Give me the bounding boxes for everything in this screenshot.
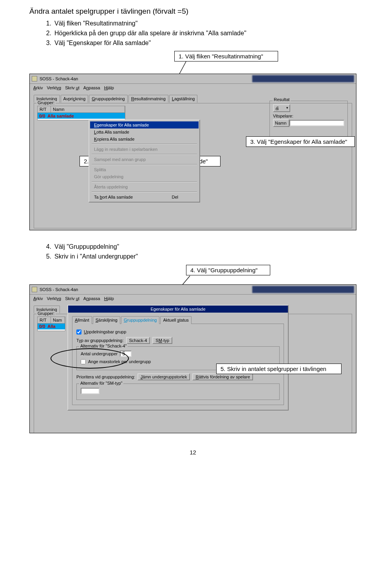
menubar-2: Arkiv Verktyg Skriv ut Anpassa Hjälp: [30, 295, 356, 303]
prio-btn-jamn[interactable]: Jämn undergruppstorlek: [137, 373, 190, 380]
grupper-legend: Grupper:: [36, 100, 56, 105]
callout-3: 3. Välj "Egenskaper för Alla samlade": [246, 136, 355, 147]
menu-hjalp[interactable]: Hjälp: [103, 85, 116, 90]
col-rt-2: R/T: [38, 317, 51, 323]
uppdelningsbar-checkbox[interactable]: Uppdelningsbar grupp: [76, 329, 280, 335]
ctx-egenskaper[interactable]: Egenskaper för Alla samlade: [90, 121, 199, 128]
dlg-tab-gruppuppdelning[interactable]: Gruppuppdelning: [121, 316, 159, 324]
intro-list: 1.Välj fliken "Resultatinmatning" 2.Höge…: [44, 19, 356, 48]
callout-1: 1. Välj fliken "Resultatinmatning": [174, 51, 278, 62]
ctx-aterta: Återta uppdelning: [90, 183, 199, 190]
resultat-legend: Resultat: [273, 97, 291, 102]
page-number: 12: [29, 449, 356, 456]
row-alla-2[interactable]: 0/0 Alla: [38, 324, 65, 329]
alt-schack4-legend: Alternativ för "Schack-4": [79, 344, 128, 348]
col-namn-2: Nam: [51, 317, 65, 323]
context-menu: Egenskaper för Alla samlade Lotta Alla s…: [89, 119, 200, 203]
typ-label: Typ av gruppuppdelning:: [76, 338, 124, 343]
background-blur-title-2: [252, 286, 354, 293]
app-icon: [32, 76, 37, 81]
ctx-samspel: Samspel med annan grupp: [90, 156, 199, 163]
background-blur-title: [252, 75, 354, 82]
prio-label: Prioritera vid gruppuppdelning:: [76, 375, 135, 379]
vitspelare-field[interactable]: [289, 120, 344, 126]
dlg-tab-aktuell[interactable]: Aktuell status: [160, 316, 191, 324]
typ-btn-smtyp[interactable]: SM-typ: [152, 337, 172, 344]
ctx-lagg-in: Lägg in resultaten i spelarbanken: [90, 146, 199, 153]
menu-verktyg[interactable]: Verktyg: [45, 85, 63, 90]
print-dropdown[interactable]: [273, 104, 290, 112]
ctx-lotta[interactable]: Lotta Alla samlade: [90, 128, 199, 136]
callout-4: 4. Välj "Gruppuppdelning": [186, 265, 270, 275]
menu-anpassa-2[interactable]: Anpassa: [82, 296, 102, 301]
ctx-ta-bort[interactable]: Ta bort Alla samladeDel: [90, 194, 199, 201]
app-title: SOSS - Schack-4an: [40, 76, 78, 81]
smtyp-field[interactable]: [81, 388, 99, 394]
col-namn: Namn: [51, 106, 125, 112]
ctx-kopiera[interactable]: Kopiera Alla samlade: [90, 136, 199, 143]
menu-arkiv[interactable]: AArkivrkiv: [32, 85, 44, 90]
menu-arkiv-2[interactable]: Arkiv: [32, 296, 44, 301]
tab-avprickning[interactable]: Avprickning: [61, 95, 89, 103]
callout-5: 5. Skriv in antalet spelgrupper i tävlin…: [216, 364, 342, 374]
menu-skriv-ut[interactable]: Skriv ut: [63, 85, 81, 90]
dlg-tab-allmant[interactable]: Allmänt: [72, 316, 92, 324]
dialog-title: Egenskaper för Alla samlade: [68, 306, 288, 313]
vitspelare-label: Vitspelare:: [273, 114, 344, 118]
col-rt: R/T: [38, 106, 51, 112]
ctx-gor-uppdelning: Gör uppdelning: [90, 173, 199, 180]
mid-list: 4.Välj "Gruppuppdelning" 5.Skriv in i "A…: [44, 242, 356, 262]
grupper-legend-2: Grupper:: [36, 311, 56, 316]
printer-icon: [275, 106, 279, 110]
menu-anpassa[interactable]: Anpassa: [82, 85, 102, 90]
tab-resultatinmatning[interactable]: Resultatinmatning: [128, 95, 168, 103]
tab-lagstallning[interactable]: Lagställning: [169, 95, 198, 103]
prio-btn-rattvis[interactable]: Rättvis fördelning av spelare: [192, 373, 253, 380]
dlg-tab-sarskiljning[interactable]: Särskiljning: [93, 316, 120, 324]
namn-label: Namn: [273, 119, 289, 127]
tab-gruppuppdelning[interactable]: Gruppuppdelning: [89, 95, 127, 103]
alt-smtyp-legend: Alternativ för "SM-typ": [79, 381, 123, 385]
menu-hjalp-2[interactable]: Hjälp: [103, 296, 116, 301]
menu-skriv-ut-2[interactable]: Skriv ut: [63, 296, 81, 301]
oval-annotation: [51, 348, 129, 369]
app-icon-2: [32, 287, 37, 292]
page-title: Ändra antalet spelgrupper i tävlingen (f…: [29, 7, 356, 16]
typ-btn-schack4[interactable]: Schack-4: [126, 337, 150, 344]
app-title-2: SOSS - Schack-4an: [40, 287, 78, 292]
row-alla-samlade[interactable]: 0/0 Alla samlade: [38, 113, 125, 119]
menubar: AArkivrkiv Verktyg Skriv ut Anpassa Hjäl…: [30, 84, 356, 92]
menu-verktyg-2[interactable]: Verktyg: [45, 296, 63, 301]
soss-window: SOSS - Schack-4an AArkivrkiv Verktyg Skr…: [29, 74, 356, 230]
ctx-splitta: Splitta: [90, 166, 199, 173]
